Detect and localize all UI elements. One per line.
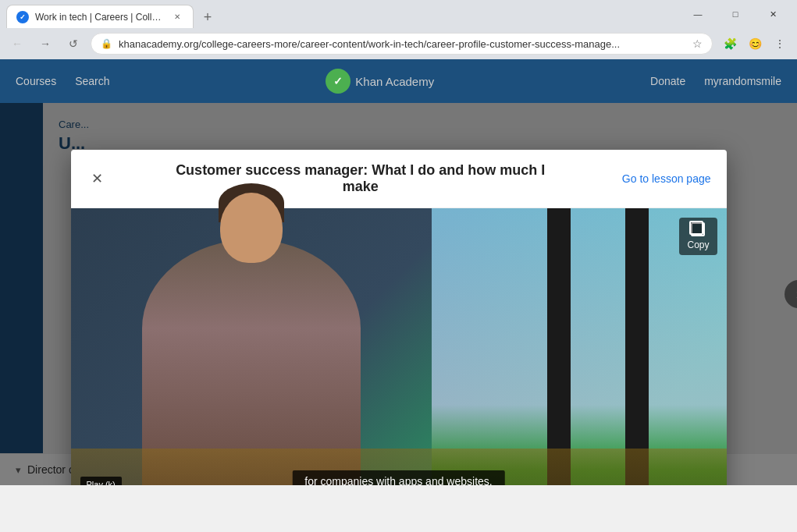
video-scene xyxy=(71,208,727,485)
tabs-area: ✓ Work in tech | Careers | College... ✕ … xyxy=(0,0,219,28)
refresh-button[interactable]: ↺ xyxy=(62,33,84,55)
minimize-button[interactable]: — xyxy=(680,2,716,27)
tab-favicon: ✓ xyxy=(16,11,29,23)
tab-close-button[interactable]: ✕ xyxy=(171,11,183,23)
search-nav-item[interactable]: Search xyxy=(75,75,109,87)
back-button[interactable]: ← xyxy=(6,33,28,55)
copy-icon xyxy=(691,222,705,236)
modal-header: ✕ Customer success manager: What I do an… xyxy=(71,150,727,208)
ka-logo-text: Khan Academy xyxy=(355,75,434,88)
tab-title: Work in tech | Careers | College... xyxy=(35,12,165,23)
url-bar[interactable]: 🔒 khanacademy.org/college-careers-more/c… xyxy=(91,33,713,55)
video-copy-button[interactable]: Copy xyxy=(679,218,717,255)
browser-chrome: ✓ Work in tech | Careers | College... ✕ … xyxy=(0,0,797,59)
ka-logo-icon: ✓ xyxy=(326,69,350,94)
donate-nav-item[interactable]: Donate xyxy=(650,75,685,87)
forward-button[interactable]: → xyxy=(34,33,56,55)
menu-icon[interactable]: ⋮ xyxy=(769,33,791,55)
video-modal: ✕ Customer success manager: What I do an… xyxy=(71,150,727,485)
promo-nav-item: myrandomsmile xyxy=(704,75,781,87)
person-area xyxy=(71,208,432,485)
maximize-button[interactable]: □ xyxy=(717,2,753,27)
play-tooltip: Play (k) xyxy=(80,477,122,485)
page-area: Care... U... ✕ Customer success manager:… xyxy=(0,103,797,485)
window-controls: — □ ✕ xyxy=(680,2,797,27)
lock-icon: 🔒 xyxy=(101,38,112,49)
modal-title: Customer success manager: What I do and … xyxy=(109,162,613,195)
ka-navigation: Courses Search ✓ Khan Academy Donate myr… xyxy=(0,59,797,103)
person-head xyxy=(220,193,283,263)
dark-column xyxy=(547,208,571,485)
close-button[interactable]: ✕ xyxy=(755,2,791,27)
new-tab-button[interactable]: + xyxy=(197,6,219,28)
bookmark-icon[interactable]: ☆ xyxy=(692,37,703,50)
subtitle-bar: for companies with apps and websites. xyxy=(292,470,504,485)
profile-icon[interactable]: 😊 xyxy=(744,33,766,55)
url-text: khanacademy.org/college-careers-more/car… xyxy=(119,38,686,50)
courses-nav-item[interactable]: Courses xyxy=(16,75,56,87)
active-tab[interactable]: ✓ Work in tech | Careers | College... ✕ xyxy=(6,5,194,28)
title-bar: ✓ Work in tech | Careers | College... ✕ … xyxy=(0,0,797,28)
extensions-icon[interactable]: 🧩 xyxy=(719,33,741,55)
address-bar: ← → ↺ 🔒 khanacademy.org/college-careers-… xyxy=(0,28,797,59)
modal-close-button[interactable]: ✕ xyxy=(87,168,109,190)
address-bar-actions: 🧩 😊 ⋮ xyxy=(719,33,791,55)
ka-logo: ✓ Khan Academy xyxy=(326,69,434,94)
go-to-lesson-link[interactable]: Go to lesson page xyxy=(613,168,711,190)
dark-column2 xyxy=(625,208,649,485)
video-container: Copy for companies with apps and website… xyxy=(71,208,727,485)
